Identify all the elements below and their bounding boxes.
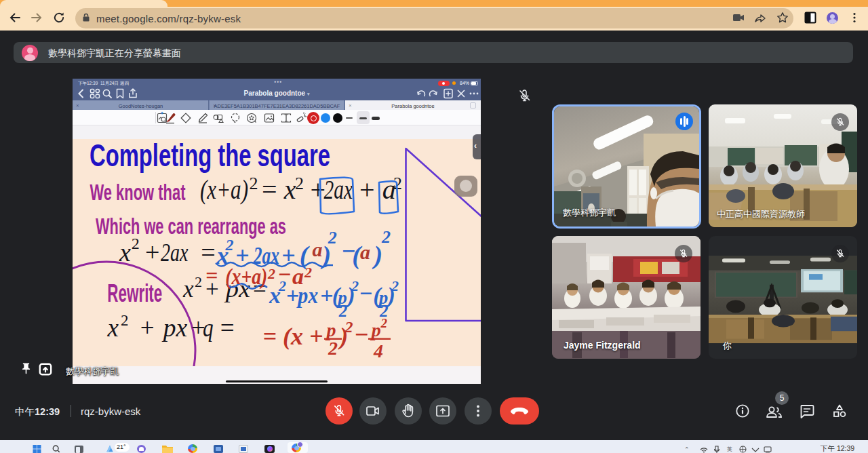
svg-text:=: = xyxy=(205,263,218,288)
svg-text:px: px xyxy=(296,283,319,308)
svg-text:Completing the square: Completing the square xyxy=(90,139,330,173)
svg-text:2: 2 xyxy=(121,312,129,329)
svg-text:+: + xyxy=(320,283,333,308)
svg-text:): ) xyxy=(372,241,383,270)
svg-text:x: x xyxy=(119,238,131,267)
svg-text:+: + xyxy=(140,314,155,342)
svg-text:2: 2 xyxy=(250,174,258,193)
svg-text:+: + xyxy=(145,238,159,267)
svg-text:x: x xyxy=(283,174,296,205)
svg-text:a: a xyxy=(313,238,323,260)
svg-text:=: = xyxy=(262,174,277,205)
svg-text:+: + xyxy=(309,323,323,350)
svg-text:q: q xyxy=(203,314,214,342)
svg-text:4: 4 xyxy=(373,340,383,361)
svg-text:(x+a): (x+a) xyxy=(200,174,248,205)
svg-text:2: 2 xyxy=(267,265,275,282)
svg-text:2: 2 xyxy=(391,277,399,294)
svg-text:+: + xyxy=(359,174,375,205)
svg-text:a: a xyxy=(360,241,370,263)
svg-text:2: 2 xyxy=(351,277,359,294)
svg-text:2: 2 xyxy=(195,273,202,290)
svg-text:=: = xyxy=(220,314,235,342)
svg-text:2: 2 xyxy=(278,277,286,294)
svg-text:2: 2 xyxy=(225,236,234,254)
svg-text:2: 2 xyxy=(304,264,312,281)
svg-text:2: 2 xyxy=(344,318,353,336)
svg-text:= (: = ( xyxy=(262,323,293,350)
svg-text:x: x xyxy=(107,314,119,342)
svg-text:x: x xyxy=(182,276,194,302)
svg-text:2: 2 xyxy=(328,228,337,248)
svg-text:2ax: 2ax xyxy=(161,238,189,267)
svg-text:2: 2 xyxy=(132,235,140,252)
svg-text:(x+a): (x+a) xyxy=(225,264,267,290)
svg-text:2: 2 xyxy=(328,338,338,359)
svg-text:Which we can rearrange as: Which we can rearrange as xyxy=(96,214,286,239)
svg-text:−: − xyxy=(359,281,373,306)
svg-text:2: 2 xyxy=(381,227,391,247)
svg-text:Rewrite: Rewrite xyxy=(107,279,162,307)
svg-text:−: − xyxy=(354,321,369,348)
svg-text:=: = xyxy=(201,238,215,267)
svg-text:+: + xyxy=(286,283,299,308)
svg-text:p: p xyxy=(370,319,381,340)
svg-text:2: 2 xyxy=(338,302,348,320)
svg-text:x: x xyxy=(290,323,303,350)
svg-text:2: 2 xyxy=(295,174,304,193)
svg-text:We know that: We know that xyxy=(90,180,186,205)
svg-text:2: 2 xyxy=(380,316,388,330)
svg-text:px: px xyxy=(161,314,188,342)
